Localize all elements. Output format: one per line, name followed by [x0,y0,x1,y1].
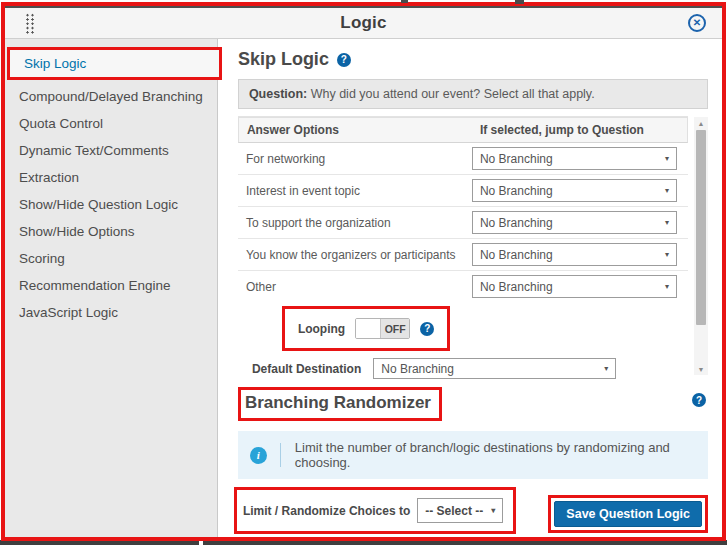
jump-select-value: No Branching [480,248,553,262]
annotation-box-save: Save Question Logic [548,495,708,533]
help-icon[interactable]: ? [420,322,434,336]
sidebar-item-skip-logic[interactable]: Skip Logic [10,50,219,77]
sidebar-item-show-hide-options[interactable]: Show/Hide Options [5,218,217,245]
answer-option-label: To support the organization [238,216,472,230]
dialog-header: Logic ✕ [5,8,722,39]
looping-label: Looping [298,322,345,336]
help-icon[interactable]: ? [337,53,351,67]
answer-option-label: For networking [238,152,472,166]
logic-dialog: Logic ✕ Skip Logic Compound/Delayed Bran… [1,2,726,541]
scrollbar[interactable]: ▲ ▼ [694,117,708,375]
annotation-box-limit-randomize: Limit / Randomize Choices to -- Select -… [234,487,516,534]
table-row: You know the organizers or participants … [238,239,688,271]
chevron-down-icon: ▾ [665,218,669,227]
answer-option-label: Interest in event topic [238,184,472,198]
chevron-down-icon: ▾ [665,282,669,291]
default-destination-select[interactable]: No Branching ▾ [373,358,616,379]
chevron-down-icon: ▾ [665,186,669,195]
sidebar-item-recommendation-engine[interactable]: Recommendation Engine [5,272,217,299]
background-text-artifact [515,0,524,4]
annotation-box-skip-logic: Skip Logic [7,47,222,80]
toggle-state: OFF [381,319,409,338]
jump-select[interactable]: No Branching▾ [472,179,677,202]
table-row: Other No Branching▾ [238,271,688,302]
scroll-up-icon[interactable]: ▲ [698,117,705,129]
page: Logic ✕ Skip Logic Compound/Delayed Bran… [0,0,727,545]
info-icon: i [250,447,267,464]
skip-logic-panel: Skip Logic ? Question: Why did you atten… [218,39,722,537]
question-text: Why did you attend our event? Select all… [307,87,594,101]
jump-select-value: No Branching [480,184,553,198]
randomizer-info-box: i Limit the number of branch/logic desti… [238,431,708,479]
jump-select[interactable]: No Branching▾ [472,275,677,298]
col-header-jump-to-question: If selected, jump to Question [472,118,687,142]
toggle-knob [356,319,381,338]
sidebar-item-quota-control[interactable]: Quota Control [5,110,217,137]
answer-option-label: You know the organizers or participants [238,248,472,262]
scrollbar-thumb[interactable] [696,130,706,325]
default-destination-label: Default Destination [252,362,361,376]
sidebar-item-scoring[interactable]: Scoring [5,245,217,272]
chevron-down-icon: ▾ [604,364,608,373]
table-row: For networking No Branching▾ [238,143,688,175]
sidebar-item-compound-delayed-branching[interactable]: Compound/Delayed Branching [5,83,217,110]
jump-select-value: No Branching [480,152,553,166]
annotation-box-branching-randomizer: Branching Randomizer [238,387,442,421]
question-label: Question: [249,87,307,101]
jump-select[interactable]: No Branching▾ [472,211,677,234]
info-text: Limit the number of branch/logic destina… [295,440,696,470]
sidebar-item-javascript-logic[interactable]: JavaScript Logic [5,299,217,326]
table-row: To support the organization No Branching… [238,207,688,239]
jump-select-value: No Branching [480,216,553,230]
answer-option-label: Other [238,280,472,294]
help-icon[interactable]: ? [692,393,706,407]
jump-select[interactable]: No Branching▾ [472,147,677,170]
dialog-title: Logic [5,13,722,33]
dialog-body: Skip Logic Compound/Delayed Branching Qu… [5,39,722,537]
chevron-down-icon: ▾ [665,250,669,259]
limit-randomize-value: -- Select -- [425,504,483,518]
table-row: Interest in event topic No Branching▾ [238,175,688,207]
info-divider [280,443,281,467]
section-title: Skip Logic [238,49,329,70]
table-header-row: Answer Options If selected, jump to Ques… [238,117,688,143]
answer-options-table: Answer Options If selected, jump to Ques… [238,116,688,302]
sidebar-item-dynamic-text-comments[interactable]: Dynamic Text/Comments [5,137,217,164]
jump-select[interactable]: No Branching▾ [472,243,677,266]
jump-select-value: No Branching [480,280,553,294]
limit-randomize-label: Limit / Randomize Choices to [243,504,410,518]
default-destination-value: No Branching [381,362,454,376]
sidebar-item-extraction[interactable]: Extraction [5,164,217,191]
sidebar-item-show-hide-question-logic[interactable]: Show/Hide Question Logic [5,191,217,218]
chevron-down-icon: ▾ [491,506,495,515]
branching-randomizer-title: Branching Randomizer [245,393,431,412]
limit-randomize-select[interactable]: -- Select -- ▾ [417,498,503,523]
looping-toggle[interactable]: OFF [355,318,410,339]
question-summary: Question: Why did you attend our event? … [238,79,708,109]
logic-sidebar: Skip Logic Compound/Delayed Branching Qu… [5,39,218,537]
close-icon[interactable]: ✕ [688,14,706,32]
col-header-answer-options: Answer Options [239,118,472,142]
annotation-box-looping: Looping OFF ? [282,306,450,351]
save-question-logic-button[interactable]: Save Question Logic [554,501,702,527]
chevron-down-icon: ▾ [665,154,669,163]
branching-scroll-area: Answer Options If selected, jump to Ques… [238,116,708,379]
background-text-artifact [401,0,408,3]
scroll-down-icon[interactable]: ▼ [698,363,705,375]
